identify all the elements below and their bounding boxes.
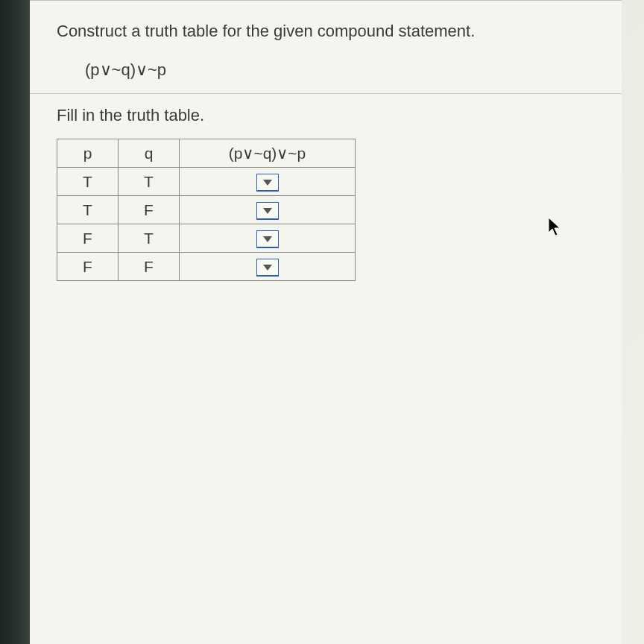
- answer-dropdown[interactable]: [256, 259, 279, 277]
- question-prompt: Construct a truth table for the given co…: [57, 22, 595, 41]
- cell-q: F: [119, 253, 180, 281]
- question-section: Construct a truth table for the given co…: [30, 1, 622, 94]
- cell-result: [180, 168, 356, 196]
- answer-dropdown[interactable]: [256, 202, 279, 220]
- cell-result: [180, 224, 356, 253]
- instruction-section: Fill in the truth table. p q (p∨~q)∨~p T…: [30, 94, 622, 287]
- answer-dropdown[interactable]: [256, 174, 279, 192]
- header-result: (p∨~q)∨~p: [180, 139, 356, 168]
- window-left-edge: [0, 0, 30, 644]
- cell-p: T: [57, 196, 119, 224]
- cell-q: T: [119, 224, 180, 253]
- instruction-text: Fill in the truth table.: [57, 106, 595, 125]
- header-q: q: [119, 139, 180, 168]
- header-p: p: [57, 139, 119, 168]
- cell-result: [180, 253, 356, 281]
- cell-q: T: [119, 168, 180, 196]
- table-header-row: p q (p∨~q)∨~p: [57, 139, 356, 168]
- answer-dropdown[interactable]: [256, 230, 279, 248]
- table-row: T F: [57, 196, 356, 224]
- chevron-down-icon: [263, 265, 272, 271]
- cell-p: F: [57, 224, 119, 253]
- table-row: F F: [57, 253, 356, 281]
- cell-result: [180, 196, 356, 224]
- cell-p: F: [57, 253, 119, 281]
- cell-p: T: [57, 168, 119, 196]
- truth-table: p q (p∨~q)∨~p T T T F: [57, 139, 356, 281]
- compound-statement-formula: (p∨~q)∨~p: [85, 60, 595, 80]
- chevron-down-icon: [263, 208, 272, 214]
- question-page: Construct a truth table for the given co…: [30, 0, 622, 644]
- chevron-down-icon: [263, 180, 272, 186]
- table-row: T T: [57, 168, 356, 196]
- table-row: F T: [57, 224, 356, 253]
- cell-q: F: [119, 196, 180, 224]
- chevron-down-icon: [263, 236, 272, 242]
